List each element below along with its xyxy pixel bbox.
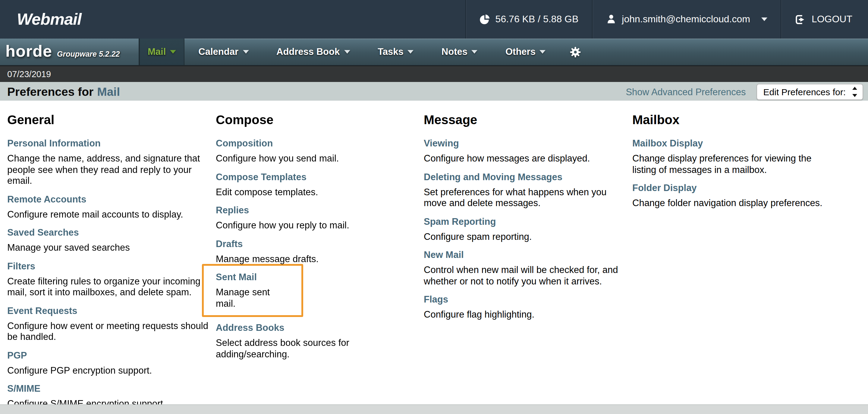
tab-notes[interactable]: Notes: [428, 38, 492, 65]
logout-button[interactable]: LOGOUT: [781, 0, 868, 38]
tab-mail-label: Mail: [148, 46, 166, 57]
pref-link-pgp[interactable]: PGP: [7, 349, 212, 361]
highlight-box-sent-mail: Sent Mail Manage sent mail.: [202, 264, 303, 317]
pref-desc: Change the name, address, and signature …: [7, 153, 212, 187]
pref-item: Flags Configure flag highlighting.: [424, 293, 629, 320]
pref-desc: Configure how you reply to mail.: [216, 220, 421, 231]
tab-mail[interactable]: Mail: [139, 38, 184, 65]
select-arrows-icon: [852, 87, 858, 97]
pref-item: Compose Templates Edit compose templates…: [216, 171, 421, 198]
page-title-app: Mail: [97, 85, 120, 98]
pref-link-deleting-and-moving-messages[interactable]: Deleting and Moving Messages: [424, 171, 629, 183]
preferences-content: General Personal Information Change the …: [0, 101, 868, 405]
webmail-logo: Webmail: [0, 0, 82, 38]
quota-section: 56.76 KB / 5.88 GB: [465, 0, 592, 38]
pref-link-remote-accounts[interactable]: Remote Accounts: [7, 193, 212, 205]
pref-link-folder-display[interactable]: Folder Display: [632, 182, 837, 194]
pref-item: Replies Configure how you reply to mail.: [216, 204, 421, 231]
pref-item: PGP Configure PGP encryption support.: [7, 349, 212, 376]
pref-desc: Configure how event or meeting requests …: [7, 320, 212, 343]
pref-desc: Control when new mail will be checked fo…: [424, 264, 629, 287]
pref-item: Saved Searches Manage your saved searche…: [7, 227, 212, 253]
tab-calendar[interactable]: Calendar: [184, 38, 262, 65]
column-compose: Compose Composition Configure how you se…: [216, 113, 421, 367]
pref-desc: Configure how messages are displayed.: [424, 153, 629, 164]
pref-item: Address Books Select address book source…: [216, 322, 421, 360]
tab-others-label: Others: [505, 46, 535, 57]
tab-notes-label: Notes: [441, 46, 467, 57]
pref-item: Event Requests Configure how event or me…: [7, 305, 212, 343]
pref-item: Drafts Manage message drafts.: [216, 238, 421, 264]
chevron-down-icon: [344, 50, 350, 54]
topbar-right: 56.76 KB / 5.88 GB john.smith@chemicclou…: [465, 0, 868, 38]
column-heading-message: Message: [424, 113, 629, 127]
pref-link-personal-information[interactable]: Personal Information: [7, 137, 212, 150]
pref-desc: Change display preferences for viewing t…: [632, 153, 837, 176]
current-date: 07/23/2019: [7, 69, 51, 79]
horde-logo-text: horde: [5, 38, 52, 64]
pref-link-mailbox-display[interactable]: Mailbox Display: [632, 137, 837, 150]
pref-desc: Configure remote mail accounts to displa…: [7, 209, 212, 220]
date-bar: 07/23/2019: [0, 66, 868, 82]
pref-link-sent-mail[interactable]: Sent Mail: [216, 271, 290, 283]
pref-link-replies[interactable]: Replies: [216, 204, 421, 216]
user-menu[interactable]: john.smith@chemiccloud.com: [592, 0, 781, 38]
pref-link-new-mail[interactable]: New Mail: [424, 249, 629, 261]
pref-item: Spam Reporting Configure spam reporting.: [424, 216, 629, 242]
settings-gear-button[interactable]: [560, 38, 592, 65]
logout-label: LOGOUT: [812, 14, 852, 25]
pref-item: Folder Display Change folder navigation …: [632, 182, 837, 209]
pref-desc: Configure spam reporting.: [424, 231, 629, 242]
pref-link-filters[interactable]: Filters: [7, 260, 212, 272]
page-title: Preferences forMail: [7, 85, 120, 99]
tab-others[interactable]: Others: [492, 38, 560, 65]
chevron-down-icon: [472, 50, 478, 54]
pref-link-compose-templates[interactable]: Compose Templates: [216, 171, 421, 183]
chevron-down-icon: [243, 50, 249, 54]
horde-navbar: horde Groupware 5.2.22 Mail Calendar Add…: [0, 38, 868, 66]
column-mailbox: Mailbox Mailbox Display Change display p…: [632, 113, 837, 216]
person-icon: [606, 14, 616, 25]
chevron-down-icon: [540, 50, 546, 54]
pref-desc: Manage your saved searches: [7, 242, 212, 253]
pref-link-saved-searches[interactable]: Saved Searches: [7, 227, 212, 238]
pref-desc: Configure flag highlighting.: [424, 309, 629, 320]
pref-desc: Configure PGP encryption support.: [7, 365, 212, 376]
pref-desc: Select address book sources for adding/s…: [216, 338, 421, 360]
pref-link-flags[interactable]: Flags: [424, 293, 629, 306]
pref-desc: Edit compose templates.: [216, 187, 421, 198]
pref-link-drafts[interactable]: Drafts: [216, 238, 421, 250]
gear-icon: [569, 45, 582, 58]
quota-pie-chart-icon: [479, 14, 490, 25]
chevron-down-icon: [408, 50, 414, 54]
pref-link-composition[interactable]: Composition: [216, 137, 421, 150]
column-heading-compose: Compose: [216, 113, 421, 127]
pref-item: Mailbox Display Change display preferenc…: [632, 137, 837, 176]
pref-link-event-requests[interactable]: Event Requests: [7, 305, 212, 317]
pref-link-address-books[interactable]: Address Books: [216, 322, 421, 334]
pref-item: Viewing Configure how messages are displ…: [424, 137, 629, 164]
topbar: Webmail 56.76 KB / 5.88 GB: [0, 0, 868, 38]
preferences-header-right: Show Advanced Preferences Edit Preferenc…: [626, 84, 863, 100]
edit-preferences-for-label: Edit Preferences for:: [764, 87, 846, 97]
quota-usage: 56.76 KB / 5.88 GB: [495, 14, 579, 25]
pref-item: Composition Configure how you send mail.: [216, 137, 421, 164]
tab-address-book[interactable]: Address Book: [262, 38, 364, 65]
horde-logo[interactable]: horde Groupware 5.2.22: [0, 38, 139, 65]
tab-tasks-label: Tasks: [378, 46, 404, 57]
column-message: Message Viewing Configure how messages a…: [424, 113, 629, 327]
pref-item: Filters Create filtering rules to organi…: [7, 260, 212, 298]
pref-desc: Change folder navigation display prefere…: [632, 198, 837, 209]
pref-item: Remote Accounts Configure remote mail ac…: [7, 193, 212, 220]
chevron-down-icon: [762, 18, 768, 21]
show-advanced-preferences-link[interactable]: Show Advanced Preferences: [626, 87, 746, 97]
edit-preferences-for-select[interactable]: Edit Preferences for:: [757, 84, 863, 100]
pref-link-smime[interactable]: S/MIME: [7, 383, 212, 395]
pref-link-spam-reporting[interactable]: Spam Reporting: [424, 216, 629, 227]
pref-item: New Mail Control when new mail will be c…: [424, 249, 629, 287]
pref-desc: Manage message drafts.: [216, 253, 421, 264]
pref-desc: Configure how you send mail.: [216, 153, 421, 164]
column-general: General Personal Information Change the …: [7, 113, 212, 414]
pref-link-viewing[interactable]: Viewing: [424, 137, 629, 150]
tab-tasks[interactable]: Tasks: [364, 38, 428, 65]
